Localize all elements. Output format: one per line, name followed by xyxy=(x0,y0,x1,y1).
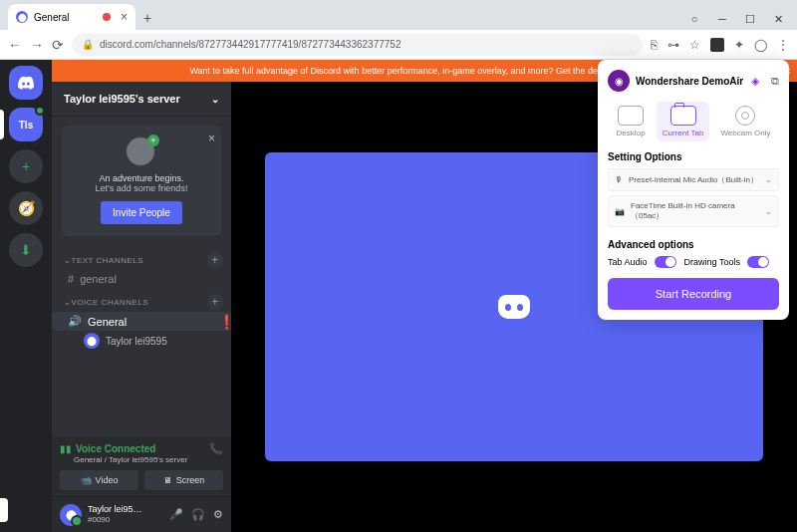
close-window-icon[interactable]: ✕ xyxy=(773,14,783,24)
signal-icon: ▮▮ xyxy=(60,443,72,454)
invite-close-icon[interactable]: × xyxy=(208,132,215,145)
webcam-icon xyxy=(735,106,755,126)
menu-icon[interactable]: ⋮ xyxy=(777,38,789,52)
star-icon[interactable]: ☆ xyxy=(689,38,700,52)
screen-button[interactable]: 🖥Screen xyxy=(144,470,223,490)
cast-icon[interactable]: ⎘ xyxy=(651,38,658,52)
discord-logo-icon xyxy=(17,76,35,90)
text-channels-section[interactable]: ⌄ TEXT CHANNELS + xyxy=(52,246,231,270)
chevron-down-icon: ⌄ xyxy=(211,94,219,105)
voice-status-label: Voice Connected xyxy=(76,443,155,454)
diamond-icon[interactable]: ◈ xyxy=(751,75,759,88)
mode-webcam-only[interactable]: Webcam Only xyxy=(714,102,776,141)
browser-tab[interactable]: ⬤ General × xyxy=(8,4,135,30)
lock-icon: 🔒 xyxy=(82,39,94,50)
video-button[interactable]: 📹Video xyxy=(60,470,138,490)
server-header[interactable]: Taylor lei9595's server ⌄ xyxy=(52,82,231,116)
popout-icon[interactable]: ⧉ xyxy=(771,75,779,88)
speaker-icon: 🔊 xyxy=(68,315,82,328)
video-icon: 📹 xyxy=(81,475,92,485)
add-server-button[interactable]: + xyxy=(9,149,43,183)
channel-sidebar: Taylor lei9595's server ⌄ × + An adventu… xyxy=(52,60,231,532)
voice-user[interactable]: ⬤ Taylor lei9595 xyxy=(52,331,231,351)
browser-titlebar: ⬤ General × + ○ ─ ☐ ✕ xyxy=(0,0,797,30)
new-tab-button[interactable]: + xyxy=(135,6,159,30)
discord-avatar-icon xyxy=(498,295,530,319)
voice-channels-section[interactable]: ⌄ VOICE CHANNELS + xyxy=(52,288,231,312)
add-text-channel-icon[interactable]: + xyxy=(207,252,223,268)
invite-people-button[interactable]: Invite People xyxy=(101,201,182,224)
tab-audio-label: Tab Audio xyxy=(608,257,648,267)
mode-current-tab[interactable]: Current Tab xyxy=(657,102,710,141)
voice-status-sub: General / Taylor lei9595's server xyxy=(74,455,223,464)
recording-indicator-icon xyxy=(103,13,111,21)
voice-badge-icon xyxy=(35,106,45,116)
profile-icon[interactable]: ◯ xyxy=(754,38,767,52)
explore-button[interactable]: 🧭 xyxy=(9,191,43,225)
chevron-down-icon: ⌄ xyxy=(765,207,772,216)
section-label: TEXT CHANNELS xyxy=(72,256,144,265)
self-tag: #0090 xyxy=(88,515,142,524)
tab-icon xyxy=(670,106,696,126)
address-bar[interactable]: 🔒 discord.com/channels/87277344291777741… xyxy=(72,34,643,56)
reload-icon[interactable]: ⟳ xyxy=(52,37,64,53)
browser-toolbar: ← → ⟳ 🔒 discord.com/channels/87277344291… xyxy=(0,30,797,60)
tab-title: General xyxy=(34,12,70,23)
screen-icon: 🖥 xyxy=(163,475,172,485)
download-button[interactable]: ⬇ xyxy=(9,233,43,267)
add-voice-channel-icon[interactable]: + xyxy=(207,294,223,310)
voice-user-name: Taylor lei9595 xyxy=(106,336,167,347)
disconnect-icon[interactable]: 📞 xyxy=(209,442,223,455)
channel-general-voice[interactable]: 🔊 General ❗ xyxy=(52,312,231,331)
server-sidebar: Tls + 🧭 ⬇ xyxy=(0,60,52,532)
toggle-on-icon xyxy=(747,256,769,268)
circle-icon[interactable]: ○ xyxy=(689,14,699,24)
invite-card: × + An adventure begins. Let's add some … xyxy=(62,126,221,236)
tab-close-icon[interactable]: × xyxy=(121,10,128,24)
server-name: Taylor lei9595's server xyxy=(64,93,180,105)
microphone-icon: 🎙 xyxy=(615,175,623,184)
puzzle-icon[interactable]: ✦ xyxy=(734,38,744,52)
drawing-tools-toggle[interactable]: Drawing Tools xyxy=(684,256,769,268)
maximize-icon[interactable]: ☐ xyxy=(745,14,755,24)
discord-home-button[interactable] xyxy=(9,66,43,100)
self-avatar-icon[interactable]: ⬤ xyxy=(60,504,82,526)
setting-options-title: Setting Options xyxy=(608,151,779,162)
extension-icon[interactable] xyxy=(710,38,724,52)
self-username: Taylor lei95… xyxy=(88,505,142,515)
channel-name: general xyxy=(80,273,117,285)
desktop-icon xyxy=(618,106,644,126)
user-panel: ⬤ Taylor lei95… #0090 🎤 🎧 ⚙ xyxy=(52,496,231,532)
popup-title: Wondershare DemoAir xyxy=(636,76,743,87)
settings-gear-icon[interactable]: ⚙ xyxy=(213,508,223,521)
key-icon[interactable]: ⊶ xyxy=(667,38,679,52)
minimize-icon[interactable]: ─ xyxy=(717,14,727,24)
mic-value: Preset-Internal Mic Audio（Built-in） xyxy=(629,174,758,185)
camera-select[interactable]: 📷 FaceTime Built-in HD camera（05ac） ⌄ xyxy=(608,195,779,227)
mic-icon[interactable]: 🎤 xyxy=(169,508,183,521)
plus-badge-icon: + xyxy=(147,134,159,146)
channel-name: General xyxy=(88,316,127,328)
channel-general-text[interactable]: # general xyxy=(52,270,231,288)
tab-audio-toggle[interactable]: Tab Audio xyxy=(608,256,676,268)
section-arrow-icon: ⌄ xyxy=(64,256,72,265)
chevron-down-icon: ⌄ xyxy=(765,175,772,184)
demoair-popup: ◉ Wondershare DemoAir ◈ ⧉ Desktop Curren… xyxy=(598,60,789,320)
forward-icon[interactable]: → xyxy=(30,37,44,53)
discord-favicon-icon: ⬤ xyxy=(16,11,28,23)
user-avatar-icon: ⬤ xyxy=(84,333,100,349)
server-button[interactable]: Tls xyxy=(9,108,43,141)
side-handle[interactable] xyxy=(0,498,8,522)
advanced-options-title: Advanced options xyxy=(608,239,779,250)
voice-panel: ▮▮ Voice Connected 📞 General / Taylor le… xyxy=(52,436,231,496)
toggle-on-icon xyxy=(655,256,676,268)
warning-icon: ❗ xyxy=(218,314,235,330)
start-recording-button[interactable]: Start Recording xyxy=(608,278,779,310)
headphones-icon[interactable]: 🎧 xyxy=(191,508,205,521)
back-icon[interactable]: ← xyxy=(8,37,22,53)
moon-icon: + xyxy=(127,137,156,167)
demoair-logo-icon: ◉ xyxy=(608,70,630,92)
invite-text-2: Let's add some friends! xyxy=(72,183,211,193)
mode-desktop[interactable]: Desktop xyxy=(610,102,651,141)
mic-select[interactable]: 🎙 Preset-Internal Mic Audio（Built-in） ⌄ xyxy=(608,168,779,191)
